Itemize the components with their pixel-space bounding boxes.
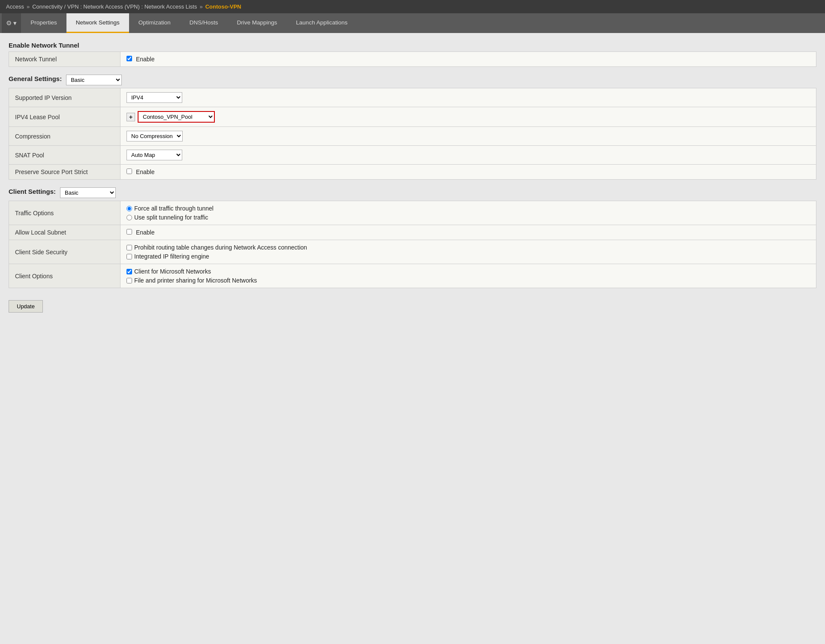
traffic-options-label: Traffic Options [9,201,120,225]
allow-local-subnet-value: Enable [120,225,816,240]
client-microsoft-networks-text: Client for Microsoft Networks [134,268,211,275]
ipv4-lease-pool-dropdown[interactable]: Contoso_VPN_Pool [138,111,215,123]
ipv4-lease-pool-label: IPV4 Lease Pool [9,107,120,127]
allow-local-subnet-row: Allow Local Subnet Enable [9,225,816,240]
preserve-source-port-checkbox-label[interactable]: Enable [126,169,154,175]
client-settings-mode-dropdown[interactable]: Basic Advanced [60,187,116,198]
tab-launch-applications[interactable]: Launch Applications [286,13,357,33]
integrated-ip-filtering-label[interactable]: Integrated IP filtering engine [126,253,810,260]
prohibit-routing-label[interactable]: Prohibit routing table changes during Ne… [126,244,810,251]
supported-ip-version-dropdown[interactable]: IPV4 IPV6 Both [126,92,182,103]
main-content: Enable Network Tunnel Network Tunnel Ena… [0,33,825,321]
tab-network-settings[interactable]: Network Settings [66,13,129,33]
snat-pool-value: Auto Map None [120,146,816,165]
general-settings-mode-dropdown[interactable]: Basic Advanced [66,75,122,85]
preserve-source-port-enable-text: Enable [136,169,155,175]
client-settings-heading: Client Settings: [9,188,56,195]
ipv4-lease-pool-row: IPV4 Lease Pool + Contoso_VPN_Pool [9,107,816,127]
supported-ip-version-row: Supported IP Version IPV4 IPV6 Both [9,88,816,107]
snat-pool-label: SNAT Pool [9,146,120,165]
network-tunnel-row: Network Tunnel Enable [9,52,816,67]
integrated-ip-filtering-text: Integrated IP filtering engine [134,253,209,260]
breadcrumb: Access » Connectivity / VPN : Network Ac… [0,0,825,13]
snat-pool-dropdown[interactable]: Auto Map None [126,150,182,160]
supported-ip-version-value: IPV4 IPV6 Both [120,88,816,107]
client-options-value: Client for Microsoft Networks File and p… [120,264,816,288]
compression-dropdown[interactable]: No Compression LZ4 GZIP [126,131,183,141]
snat-pool-row: SNAT Pool Auto Map None [9,146,816,165]
network-tunnel-label: Network Tunnel [9,52,120,67]
gear-button[interactable]: ⚙ ▾ [2,13,21,33]
client-microsoft-networks-checkbox[interactable] [126,269,132,274]
traffic-options-value: Force all traffic through tunnel Use spl… [120,201,816,225]
client-side-security-value: Prohibit routing table changes during Ne… [120,240,816,264]
compression-label: Compression [9,127,120,146]
breadcrumb-active: Contoso-VPN [205,3,241,10]
ipv4-lease-pool-container: + Contoso_VPN_Pool [126,111,810,123]
network-tunnel-checkbox-label[interactable]: Enable [126,56,154,63]
prohibit-routing-text: Prohibit routing table changes during Ne… [134,244,307,251]
client-side-security-label: Client Side Security [9,240,120,264]
preserve-source-port-checkbox[interactable] [126,169,132,174]
tab-optimization[interactable]: Optimization [129,13,180,33]
file-printer-sharing-checkbox[interactable] [126,278,132,283]
prohibit-routing-checkbox[interactable] [126,245,132,250]
breadcrumb-part-1: Access [6,3,24,10]
client-microsoft-networks-label[interactable]: Client for Microsoft Networks [126,268,810,275]
traffic-options-row: Traffic Options Force all traffic throug… [9,201,816,225]
allow-local-subnet-checkbox[interactable] [126,229,132,235]
general-settings-label-row: General Settings: Basic Advanced [9,75,816,85]
allow-local-subnet-enable-text: Enable [136,229,155,236]
preserve-source-port-row: Preserve Source Port Strict Enable [9,165,816,180]
integrated-ip-filtering-checkbox[interactable] [126,254,132,259]
general-settings-heading: General Settings: [9,75,62,82]
network-tunnel-value: Enable [120,52,816,67]
traffic-options-radio-group: Force all traffic through tunnel Use spl… [126,205,810,221]
traffic-option-split-tunnel-text: Use split tunneling for traffic [134,214,208,221]
allow-local-subnet-checkbox-label[interactable]: Enable [126,229,154,236]
breadcrumb-sep-1: » [27,3,30,10]
client-options-checkbox-group: Client for Microsoft Networks File and p… [126,268,810,284]
file-printer-sharing-label[interactable]: File and printer sharing for Microsoft N… [126,277,810,284]
compression-row: Compression No Compression LZ4 GZIP [9,127,816,146]
supported-ip-version-label: Supported IP Version [9,88,120,107]
traffic-option-split-tunnel-radio[interactable] [126,215,132,220]
tab-dns-hosts[interactable]: DNS/Hosts [180,13,228,33]
traffic-option-force-all-radio[interactable] [126,206,132,211]
allow-local-subnet-label: Allow Local Subnet [9,225,120,240]
ipv4-lease-pool-value: + Contoso_VPN_Pool [120,107,816,127]
general-settings-table: Supported IP Version IPV4 IPV6 Both IPV4… [9,88,816,180]
breadcrumb-part-2: Connectivity / VPN : Network Access (VPN… [32,3,197,10]
tab-bar: ⚙ ▾ Properties Network Settings Optimiza… [0,13,825,33]
client-options-row: Client Options Client for Microsoft Netw… [9,264,816,288]
client-side-security-row: Client Side Security Prohibit routing ta… [9,240,816,264]
client-settings-table: Traffic Options Force all traffic throug… [9,201,816,288]
breadcrumb-sep-2: » [199,3,202,10]
enable-network-tunnel-heading: Enable Network Tunnel [9,42,816,49]
preserve-source-port-value: Enable [120,165,816,180]
client-settings-label-row: Client Settings: Basic Advanced [9,187,816,198]
traffic-option-split-tunnel-label[interactable]: Use split tunneling for traffic [126,214,810,221]
network-tunnel-table: Network Tunnel Enable [9,51,816,67]
client-options-label: Client Options [9,264,120,288]
traffic-option-force-all-text: Force all traffic through tunnel [134,205,214,212]
preserve-source-port-label: Preserve Source Port Strict [9,165,120,180]
traffic-option-force-all-label[interactable]: Force all traffic through tunnel [126,205,810,212]
ipv4-lease-pool-add-button[interactable]: + [126,113,135,121]
update-button[interactable]: Update [9,300,43,313]
compression-value: No Compression LZ4 GZIP [120,127,816,146]
network-tunnel-enable-text: Enable [136,56,155,63]
network-tunnel-checkbox[interactable] [126,56,132,61]
client-side-security-checkbox-group: Prohibit routing table changes during Ne… [126,244,810,260]
tab-drive-mappings[interactable]: Drive Mappings [228,13,287,33]
file-printer-sharing-text: File and printer sharing for Microsoft N… [134,277,257,284]
tab-properties[interactable]: Properties [21,13,66,33]
